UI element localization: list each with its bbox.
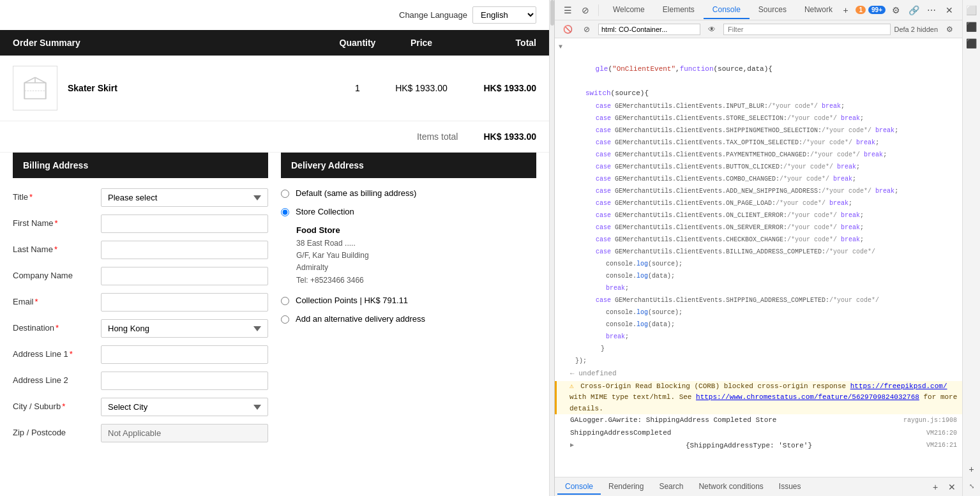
devtools-secondary-bar: 🚫 ⊘ 👁 Defa 2 hidden ⚙ [555,20,962,38]
side-icon-add[interactable]: + [964,462,979,477]
store-info: Food Store 38 East Road ..... G/F, Kar Y… [296,225,536,287]
item-total: HK$ 1933.00 [460,83,536,93]
billing-company-group: Company Name [13,267,268,285]
store-address: 38 East Road ..... G/F, Kar Yau Building… [296,237,536,287]
billing-title-select[interactable]: Please select MrMsMrsDr [101,188,268,207]
console-code-line-14: case GEMerchantUtils.ClientEvents.CHECKB… [555,234,962,246]
devtools-close-btn[interactable]: ✕ [942,3,957,18]
billing-email-input[interactable] [101,293,268,312]
delivery-address-header: Delivery Address [281,153,536,178]
expand-arrow-1[interactable]: ▼ [559,42,562,52]
side-icon-office[interactable]: ⬛ [964,19,979,34]
side-icon-blue[interactable]: ⬛ [964,36,979,51]
delivery-option-alternative: Add an alternative delivery address [281,314,536,324]
delivery-store-label[interactable]: Store Collection [296,207,354,216]
billing-city-select[interactable]: Select City [101,398,268,416]
scroll-thumb[interactable] [550,0,554,26]
billing-zip-label: Zip / Postcode [13,424,96,437]
bottom-tab-issues[interactable]: Issues [771,479,809,495]
console-code-line-12: case GEMerchantUtils.ClientEvents.ON_CLI… [555,210,962,222]
corb-link2[interactable]: https://www.chromestatus.com/feature/562… [696,393,919,401]
bottom-tab-rendering[interactable]: Rendering [601,479,651,495]
bottom-close-btn[interactable]: ✕ [944,479,960,495]
billing-zip-group: Zip / Postcode [13,424,268,442]
change-language-label: Change Language [399,10,467,20]
toolbar-separator [598,4,599,16]
store-addr-line3: Admiralty [296,262,536,274]
tab-sources[interactable]: Sources [750,1,795,19]
console-code-line-2: switch(source){ [555,87,962,101]
bottom-add-btn[interactable]: + [928,479,943,495]
bottom-tab-network-conditions[interactable]: Network conditions [691,479,771,495]
bottom-tab-console[interactable]: Console [557,479,601,495]
billing-address2-label: Address Line 2 [13,372,96,385]
console-code-line-7: case GEMerchantUtils.ClientEvents.PAYMEN… [555,149,962,162]
billing-city-label: City / Suburb* [13,398,96,411]
billing-title-label: Title* [13,188,96,202]
tab-welcome[interactable]: Welcome [604,1,654,19]
item-name: Skater Skirt [68,83,332,93]
badge-console-count: 99+ [868,6,886,14]
billing-destination-select[interactable]: Hong Kong [101,319,268,338]
delivery-option-store: Store Collection [281,207,536,216]
devtools-tabs: Welcome Elements Console Sources Network… [604,1,835,19]
console-code-line-4: case GEMerchantUtils.ClientEvents.STORE_… [555,113,962,125]
tab-elements[interactable]: Elements [654,1,704,19]
billing-address1-input[interactable] [101,345,268,364]
devtools-settings-btn[interactable]: ⚙ [888,3,903,18]
devtools-add-tab-btn[interactable]: + [838,3,853,18]
expand-triangle-obj[interactable]: ▶ [570,440,574,451]
tab-network[interactable]: Network [795,1,836,19]
billing-zip-input[interactable] [101,424,268,442]
delivery-alternative-radio[interactable] [281,315,289,324]
devtools-toolbar: ☰ ⊘ Welcome Elements Console Sources Net… [555,0,962,20]
billing-lastname-group: Last Name* [13,241,268,259]
console-warning-corb: ⚠ Cross-Origin Read Blocking (CORB) bloc… [555,381,962,415]
log-ref-galogger[interactable]: raygun.js:1908 [903,416,957,426]
delivery-address-section: Delivery Address Default (same as billin… [281,153,536,483]
console-settings-btn[interactable]: ⚙ [942,22,957,37]
devtools-more-btn[interactable]: ⋯ [924,3,939,18]
console-code-line-17: console.log(data); [555,271,962,283]
billing-firstname-label: First Name* [13,214,96,228]
delivery-default-label[interactable]: Default (same as billing address) [296,188,416,198]
console-code-line-20: console.log(source); [555,307,962,319]
console-code-line-21: console.log(data); [555,319,962,331]
delivery-store-radio[interactable] [281,208,289,216]
console-filter-btn[interactable]: ⊘ [579,22,594,37]
console-code-line-11: case GEMerchantUtils.ClientEvents.ON_PAG… [555,198,962,210]
devtools-inspect-btn[interactable]: ⊘ [578,3,593,18]
billing-lastname-input[interactable] [101,241,268,259]
billing-address-section: Billing Address Title* Please select MrM… [13,153,268,483]
items-total-label: Items total [417,132,458,142]
delivery-default-radio[interactable] [281,190,289,198]
language-select[interactable]: English [472,6,536,24]
tab-console[interactable]: Console [704,1,750,19]
console-filter-input[interactable] [723,24,891,35]
side-icon-resize[interactable]: ⤡ [964,478,979,493]
eye-btn[interactable]: 👁 [704,22,720,37]
side-icon-elements[interactable]: ⬜ [964,3,979,18]
devtools-remote-btn[interactable]: 🔗 [906,3,921,18]
corb-link1[interactable]: https://freepikpsd.com/ [850,382,947,390]
delivery-collection-label[interactable]: Collection Points | HK$ 791.11 [296,296,408,305]
bottom-tab-search[interactable]: Search [651,479,691,495]
col-total: Total [460,38,536,48]
delivery-collection-radio[interactable] [281,297,289,305]
console-clear-btn[interactable]: 🚫 [560,22,575,37]
order-totals: Items total HK$ 1933.00 [0,121,549,153]
devtools-menu-btn[interactable]: ☰ [560,3,575,18]
billing-title-group: Title* Please select MrMsMrsDr [13,188,268,207]
order-item: Skater Skirt 1 HK$ 1933.00 HK$ 1933.00 [0,56,549,121]
console-output[interactable]: ▼ gle("OnClientEvent",function(source,da… [555,38,962,477]
billing-address2-group: Address Line 2 [13,372,268,390]
scroll-indicator[interactable] [549,0,554,496]
log-ref-obj[interactable]: VM216:21 [926,440,957,451]
billing-address2-input[interactable] [101,372,268,390]
log-ref-shipping[interactable]: VM216:20 [926,428,957,439]
billing-destination-label: Destination* [13,319,96,333]
delivery-alternative-label[interactable]: Add an alternative delivery address [296,314,425,324]
billing-company-input[interactable] [101,267,268,285]
context-selector[interactable] [598,24,700,35]
billing-firstname-input[interactable] [101,214,268,233]
